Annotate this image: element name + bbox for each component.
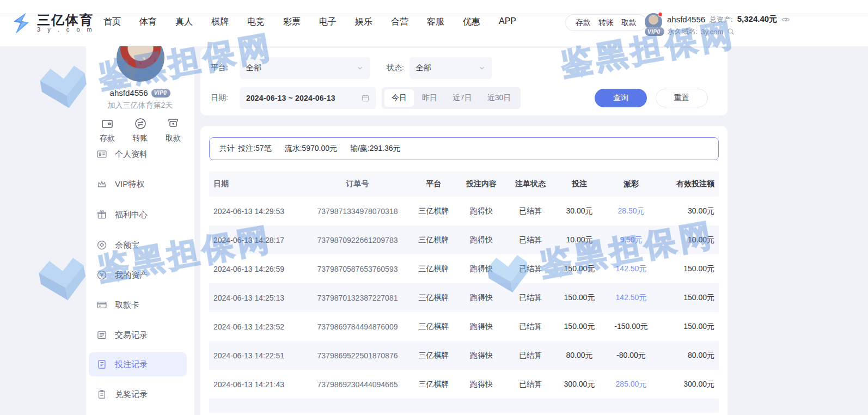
cell-order: 7379870132387227081 — [304, 294, 411, 302]
filter-card: 平台: 全部 状态: 全部 日期: 2024-06-13 ~ 2024-06-1… — [200, 48, 728, 115]
cell-content: 跑得快 — [457, 293, 506, 303]
cell-order: 7379869522501870876 — [304, 351, 411, 360]
platform-label: 平台: — [211, 63, 228, 73]
column-header-7: 有效投注额 — [658, 179, 719, 189]
quick-range-0[interactable]: 今日 — [384, 89, 414, 107]
username: ahsfd4556 — [667, 15, 705, 24]
sidebar-item-withdraw-card[interactable]: 取款卡 — [89, 293, 187, 317]
cell-valid: 10.00元 — [658, 235, 719, 245]
summary-bar: 共计 投注:57笔 流水:5970.00元 输/赢:291.36元 — [209, 137, 719, 160]
sidebar-quick-actions: 存款 转账 取款 — [86, 117, 194, 143]
coin-icon — [96, 240, 107, 251]
top-header: 三亿体育 3 y . c o m 首页体育真人棋牌电竞彩票电子娱乐合营客服优惠A… — [0, 0, 868, 46]
assets-value: 5,324.40元 — [737, 14, 777, 25]
sidebar-item-label: 投注记录 — [115, 359, 148, 370]
quick-action-withdraw[interactable]: 取款 — [160, 117, 187, 143]
status-select[interactable]: 全部 — [409, 57, 492, 79]
sidebar-item-bet-records[interactable]: 投注记录 — [89, 352, 187, 376]
search-icon[interactable] — [726, 27, 735, 36]
nav-item-2[interactable]: 真人 — [175, 16, 193, 28]
cell-content: 跑得快 — [457, 322, 506, 332]
nav-item-6[interactable]: 电子 — [319, 16, 337, 28]
cell-bet: 10.00元 — [555, 235, 604, 245]
site-logo[interactable]: 三亿体育 3 y . c o m — [10, 12, 95, 35]
wallet-pill-item-2[interactable]: 取款 — [621, 18, 637, 28]
sidebar-item-prize-records[interactable]: 兑奖记录 — [89, 382, 187, 406]
logo-domain: 3 y . c o m — [37, 26, 95, 33]
nav-item-11[interactable]: APP — [499, 16, 516, 28]
sidebar-item-welfare[interactable]: 福利中心 — [89, 203, 187, 227]
user-info-line2: VIP0 永久域名: 3y.com — [645, 27, 735, 36]
nav-item-8[interactable]: 合营 — [391, 16, 408, 28]
wallet-pill-item-1[interactable]: 转账 — [598, 18, 614, 28]
withdraw-icon — [167, 117, 180, 130]
reset-button[interactable]: 重置 — [656, 89, 708, 107]
cell-valid: 150.00元 — [658, 264, 719, 274]
nav-item-10[interactable]: 优惠 — [463, 16, 480, 28]
nav-item-5[interactable]: 彩票 — [283, 16, 301, 28]
column-header-5: 投注 — [555, 179, 604, 189]
calendar-icon — [361, 94, 370, 102]
cell-status: 已结算 — [506, 351, 555, 361]
cell-platform: 三亿棋牌 — [411, 322, 457, 332]
cell-content: 跑得快 — [457, 380, 506, 389]
quick-range-3[interactable]: 近30日 — [480, 89, 518, 107]
chevron-down-icon — [356, 64, 364, 72]
sidebar-item-yuebao[interactable]: 余额宝 — [89, 233, 187, 257]
cell-date: 2024-06-13 14:26:59 — [209, 265, 304, 273]
bet-record-icon — [96, 359, 107, 370]
cell-date: 2024-06-13 14:25:13 — [209, 294, 304, 302]
cell-status: 已结算 — [506, 206, 555, 216]
column-header-4: 注单状态 — [506, 179, 555, 189]
cell-order: 7379870922661209783 — [304, 236, 411, 245]
cell-platform: 三亿棋牌 — [411, 380, 457, 389]
sidebar-username: ahsfd4556 — [110, 88, 148, 97]
quick-range-1[interactable]: 昨日 — [415, 89, 444, 107]
quick-action-deposit[interactable]: 存款 — [94, 117, 121, 143]
sidebar-item-transactions[interactable]: 交易记录 — [89, 323, 187, 347]
cell-status: 已结算 — [506, 322, 555, 332]
sidebar-item-profile[interactable]: 个人资料 — [89, 142, 187, 166]
cell-valid: 150.00元 — [658, 322, 719, 332]
cell-valid: 80.00元 — [658, 351, 719, 361]
search-button[interactable]: 查询 — [595, 89, 647, 107]
logo-text: 三亿体育 3 y . c o m — [37, 14, 95, 33]
table-row: 2024-06-13 14:21:437379869230444094665三亿… — [209, 370, 719, 399]
nav-item-9[interactable]: 客服 — [427, 16, 444, 28]
cell-status: 已结算 — [506, 380, 555, 389]
sidebar-item-assets[interactable]: 我的资产 — [89, 263, 187, 287]
table-row: 2024-06-13 14:25:137379870132387227081三亿… — [209, 283, 719, 312]
sidebar-item-label: 兑奖记录 — [115, 389, 148, 400]
prize-record-icon — [96, 389, 107, 400]
cell-platform: 三亿棋牌 — [411, 206, 457, 216]
sidebar-item-vip[interactable]: VIP特权 — [89, 172, 187, 196]
nav-item-4[interactable]: 电竞 — [247, 16, 265, 28]
status-label: 状态: — [387, 63, 404, 73]
cell-bet: 150.00元 — [555, 322, 604, 332]
cell-content: 跑得快 — [457, 206, 506, 216]
nav-item-7[interactable]: 娱乐 — [355, 16, 372, 28]
filter-buttons: 查询 重置 — [595, 89, 708, 107]
column-header-2: 平台 — [411, 179, 457, 189]
nav-item-0[interactable]: 首页 — [103, 16, 121, 28]
cell-order: 7379871334978070318 — [304, 207, 411, 216]
platform-select[interactable]: 全部 — [240, 57, 370, 79]
domain-label: 永久域名: — [668, 27, 698, 36]
id-card-icon — [96, 149, 107, 160]
crown-icon — [96, 179, 107, 190]
wallet-pill-item-0[interactable]: 存款 — [576, 18, 591, 28]
eye-icon[interactable] — [781, 15, 790, 24]
nav-item-3[interactable]: 棋牌 — [211, 16, 229, 28]
quick-action-transfer[interactable]: 转账 — [127, 117, 154, 143]
assets-label: 总资产: — [710, 15, 733, 25]
assets-icon — [96, 270, 107, 280]
cell-status: 已结算 — [506, 293, 555, 303]
date-range-input[interactable]: 2024-06-13 ~ 2024-06-13 — [240, 87, 376, 109]
column-header-0: 日期 — [209, 179, 304, 189]
status-select-value: 全部 — [416, 63, 431, 73]
deposit-wallet-icon — [101, 117, 114, 130]
table-header-row: 日期订单号平台投注内容注单状态投注派彩有效投注额 — [209, 172, 719, 197]
quick-range-2[interactable]: 近7日 — [445, 89, 479, 107]
table-row: 2024-06-13 14:29:537379871334978070318三亿… — [209, 197, 719, 225]
nav-item-1[interactable]: 体育 — [139, 16, 157, 28]
